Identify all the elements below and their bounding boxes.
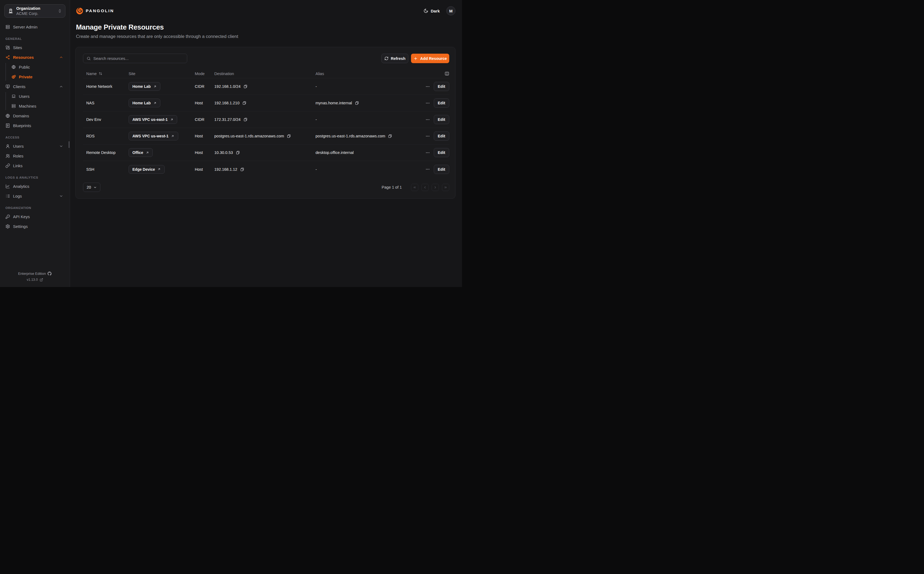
copy-destination-button[interactable] <box>236 150 240 155</box>
copy-destination-button[interactable] <box>240 167 244 172</box>
site-link[interactable]: AWS VPC us-east-1 <box>128 115 177 124</box>
chevrons-up-down-icon <box>58 9 62 13</box>
cell-alias: mynas.home.internal <box>315 101 419 105</box>
site-link[interactable]: AWS VPC us-west-1 <box>128 132 178 140</box>
laptop-icon <box>11 94 16 99</box>
next-page-button[interactable] <box>432 184 439 191</box>
sidebar-item-users[interactable]: Users <box>0 141 70 151</box>
edit-button[interactable]: Edit <box>434 148 449 157</box>
site-link[interactable]: Edge Device <box>128 165 165 174</box>
cell-actions: Edit <box>419 115 449 124</box>
copy-destination-button[interactable] <box>287 134 291 138</box>
refresh-button[interactable]: Refresh <box>381 54 408 63</box>
sidebar-item-public[interactable]: Public <box>0 62 70 72</box>
row-menu-button[interactable] <box>426 150 430 155</box>
avatar[interactable]: M <box>446 6 456 16</box>
sidebar-item-sites[interactable]: Sites <box>0 43 70 52</box>
cell-alias: postgres.us-east-1.rds.amazonaws.com <box>315 134 419 138</box>
chevron-up-icon <box>59 85 63 88</box>
chevron-up-icon <box>59 55 63 59</box>
theme-toggle[interactable]: Dark <box>424 8 440 13</box>
sidebar-item-settings[interactable]: Settings <box>0 221 70 231</box>
sidebar-item-clients[interactable]: Clients <box>0 82 70 91</box>
cell-site: Home Lab <box>128 82 195 91</box>
table-row: RDSAWS VPC us-west-1Hostpostgres.us-east… <box>83 128 449 144</box>
pager-right: Page 1 of 1 <box>382 184 449 191</box>
ellipsis-icon <box>426 84 430 89</box>
org-switcher[interactable]: Organization ACME Corp. <box>4 4 65 17</box>
site-link[interactable]: Home Lab <box>128 82 160 91</box>
site-link[interactable]: Office <box>128 148 153 157</box>
destination-value: 192.168.1.210 <box>214 101 239 105</box>
cell-name: SSH <box>83 167 128 172</box>
copy-alias-button[interactable] <box>388 134 392 138</box>
sidebar-item-label: Users <box>19 94 30 99</box>
site-label: AWS VPC us-west-1 <box>132 134 168 138</box>
cell-mode: Host <box>195 150 214 155</box>
sidebar-item-label: Clients <box>13 84 25 89</box>
row-menu-button[interactable] <box>426 134 430 139</box>
copy-icon <box>355 101 359 105</box>
column-visibility-button[interactable] <box>419 71 449 76</box>
sidebar-item-logs[interactable]: Logs <box>0 191 70 201</box>
sidebar-item-label: Private <box>19 74 33 79</box>
sidebar-item-client-users[interactable]: Users <box>0 91 70 101</box>
copy-icon <box>240 167 244 172</box>
copy-destination-button[interactable] <box>243 84 248 88</box>
cell-site: AWS VPC us-west-1 <box>128 132 195 140</box>
site-link[interactable]: Home Lab <box>128 99 160 107</box>
version-link[interactable]: v1.13.0 <box>0 278 70 282</box>
edit-button[interactable]: Edit <box>434 98 449 107</box>
edit-button[interactable]: Edit <box>434 82 449 91</box>
row-menu-button[interactable] <box>426 117 430 122</box>
sidebar-scrollbar-thumb[interactable] <box>69 141 70 148</box>
table-row: Home NetworkHome LabCIDR192.168.1.0/24-E… <box>83 78 449 95</box>
sidebar-item-domains[interactable]: Domains <box>0 111 70 121</box>
add-resource-button[interactable]: Add Resource <box>411 54 449 63</box>
destination-value: 192.168.1.0/24 <box>214 84 240 88</box>
cell-name: NAS <box>83 101 128 105</box>
first-page-button[interactable] <box>411 184 418 191</box>
sidebar-item-label: Domains <box>13 114 29 118</box>
edit-button[interactable]: Edit <box>434 165 449 174</box>
copy-icon <box>243 84 248 88</box>
resources-table: NameSiteModeDestinationAlias Home Networ… <box>83 69 449 178</box>
sidebar-item-label: Links <box>13 163 22 168</box>
sidebar-item-blueprints[interactable]: Blueprints <box>0 121 70 130</box>
github-icon[interactable] <box>47 271 52 276</box>
last-page-button[interactable] <box>442 184 449 191</box>
prev-page-button[interactable] <box>421 184 429 191</box>
edit-button[interactable]: Edit <box>434 131 449 141</box>
alias-value: desktop.office.internal <box>315 150 354 155</box>
sidebar-item-api-keys[interactable]: API Keys <box>0 212 70 221</box>
sidebar-item-private[interactable]: Private <box>0 72 70 82</box>
copy-destination-button[interactable] <box>243 117 248 122</box>
cell-name: Home Network <box>83 84 128 88</box>
sidebar-item-analytics[interactable]: Analytics <box>0 181 70 191</box>
column-header-name[interactable]: Name <box>83 71 128 76</box>
destination-value: 172.31.27.0/24 <box>214 117 240 122</box>
search-input[interactable] <box>93 56 184 61</box>
page-size-select[interactable]: 20 <box>83 183 100 192</box>
row-menu-button[interactable] <box>426 101 430 106</box>
site-label: Home Lab <box>132 101 151 105</box>
add-resource-label: Add Resource <box>420 56 447 61</box>
sidebar-item-server-admin[interactable]: Server Admin <box>0 22 70 32</box>
brand-name: PANGOLIN <box>86 8 114 13</box>
search-icon <box>87 56 91 61</box>
copy-destination-button[interactable] <box>242 101 247 105</box>
sidebar-item-resources[interactable]: Resources <box>0 52 70 62</box>
edit-button[interactable]: Edit <box>434 115 449 124</box>
sidebar-item-machines[interactable]: Machines <box>0 101 70 111</box>
site-label: Home Lab <box>132 84 151 88</box>
copy-icon <box>388 134 392 138</box>
row-menu-button[interactable] <box>426 167 430 172</box>
copy-alias-button[interactable] <box>355 101 359 105</box>
sidebar-item-roles[interactable]: Roles <box>0 151 70 161</box>
sidebar-section-label: ORGANIZATION <box>0 201 70 212</box>
external-link-icon <box>40 278 43 282</box>
row-menu-button[interactable] <box>426 84 430 89</box>
cell-destination: 172.31.27.0/24 <box>214 117 315 122</box>
sidebar-item-links[interactable]: Links <box>0 161 70 170</box>
chevron-down-icon <box>59 144 63 148</box>
